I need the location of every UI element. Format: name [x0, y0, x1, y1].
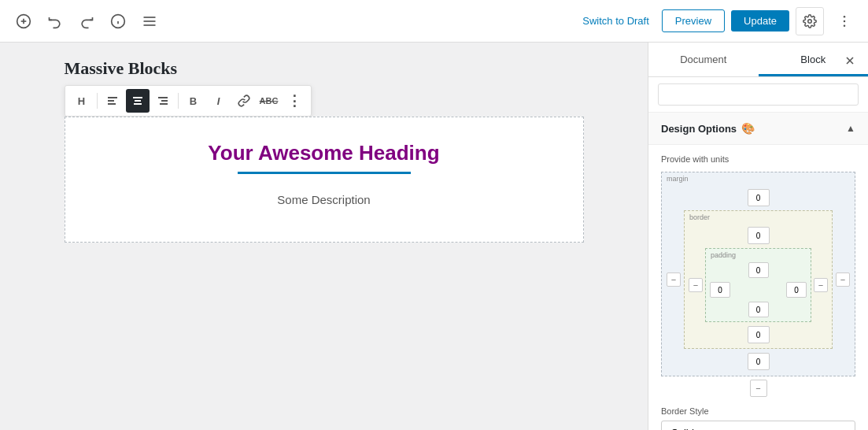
margin-top-input[interactable]: [748, 189, 770, 206]
menu-button[interactable]: [135, 7, 164, 35]
svg-rect-17: [135, 100, 141, 102]
border-style-label: Border Style: [661, 406, 855, 416]
border-right-minus[interactable]: −: [814, 278, 828, 292]
align-center-button[interactable]: [126, 89, 150, 113]
padding-top-input[interactable]: [748, 262, 769, 278]
page-title-area: Massive Blocks: [65, 58, 584, 79]
margin-right-minus[interactable]: −: [836, 272, 850, 287]
svg-rect-14: [108, 100, 114, 102]
padding-box: padding: [705, 248, 811, 322]
svg-point-9: [808, 19, 812, 23]
redo-button[interactable]: [72, 7, 101, 35]
switch-to-draft-button[interactable]: Switch to Draft: [576, 15, 656, 27]
provide-units-label: Provide with units: [661, 154, 855, 164]
border-style-select[interactable]: Solid Dashed Dotted None: [661, 421, 855, 430]
svg-point-11: [844, 20, 846, 22]
more-toolbar-button[interactable]: ⋮: [283, 89, 306, 113]
undo-button[interactable]: [41, 7, 69, 35]
padding-right-input[interactable]: [786, 282, 807, 298]
tab-document[interactable]: Document: [648, 43, 759, 76]
svg-point-10: [844, 15, 846, 17]
svg-rect-18: [134, 103, 142, 105]
more-options-button[interactable]: [830, 7, 859, 35]
info-button[interactable]: [104, 7, 132, 35]
page-title: Massive Blocks: [65, 58, 178, 78]
svg-rect-19: [158, 97, 168, 98]
main-layout: Massive Blocks H: [0, 43, 868, 430]
margin-bottom-input[interactable]: [748, 353, 770, 370]
svg-rect-16: [133, 97, 142, 98]
svg-point-12: [844, 24, 846, 27]
border-style-section: Border Style Solid Dashed Dotted None: [661, 406, 855, 430]
block-toolbar: H: [65, 85, 312, 117]
bold-button[interactable]: B: [182, 89, 205, 113]
padding-left-input[interactable]: [710, 282, 730, 298]
design-options-title: Design Options 🎨: [661, 122, 755, 135]
margin-label: margin: [667, 175, 689, 183]
border-box: border − padding: [684, 210, 833, 349]
heading-type-button[interactable]: H: [70, 89, 94, 113]
link-button[interactable]: [232, 89, 256, 113]
toolbar-divider: [97, 93, 98, 109]
preview-button[interactable]: Preview: [662, 9, 725, 32]
italic-button[interactable]: I: [207, 89, 231, 113]
add-block-button[interactable]: [9, 7, 38, 35]
update-button[interactable]: Update: [731, 10, 789, 32]
sidebar: Document Block Design Options 🎨 ▲: [648, 43, 868, 430]
border-label: border: [689, 213, 710, 221]
toolbar-left: [9, 7, 164, 35]
outer-minus-button[interactable]: −: [750, 380, 767, 397]
chevron-up-icon: ▲: [846, 123, 855, 134]
svg-rect-15: [108, 103, 116, 105]
svg-rect-13: [108, 97, 117, 98]
toolbar-divider-2: [178, 93, 179, 109]
design-icon: 🎨: [741, 122, 755, 135]
svg-rect-21: [160, 103, 168, 105]
sidebar-tabs: Document Block: [648, 43, 868, 77]
toolbar-right: Switch to Draft Preview Update: [576, 7, 859, 35]
align-left-button[interactable]: [101, 89, 124, 113]
top-bar: Switch to Draft Preview Update: [0, 0, 868, 43]
strikethrough-button[interactable]: ABC: [257, 89, 281, 113]
design-options-header[interactable]: Design Options 🎨 ▲: [648, 113, 868, 145]
margin-left-minus[interactable]: −: [667, 272, 681, 287]
padding-bottom-input[interactable]: [748, 302, 769, 317]
sidebar-search-bar: [658, 83, 859, 106]
block-description[interactable]: Some Description: [277, 193, 370, 206]
margin-box: margin − border −: [661, 172, 855, 376]
settings-button[interactable]: [796, 7, 824, 35]
editor-area: Massive Blocks H: [0, 43, 648, 430]
block-heading[interactable]: Your Awesome Heading: [208, 141, 439, 165]
sidebar-close-button[interactable]: [838, 49, 862, 72]
content-block: Your Awesome Heading Some Description: [65, 117, 584, 243]
sidebar-top-section: [648, 77, 868, 113]
border-top-input[interactable]: [748, 227, 770, 244]
border-left-minus[interactable]: −: [689, 278, 703, 292]
align-right-button[interactable]: [151, 89, 175, 113]
sidebar-content: Design Options 🎨 ▲ Provide with units ma…: [648, 77, 868, 430]
svg-rect-20: [161, 100, 168, 102]
padding-label: padding: [711, 251, 736, 259]
design-options-body: Provide with units margin − border: [648, 145, 868, 430]
border-bottom-input[interactable]: [748, 326, 770, 343]
heading-underline: [238, 172, 411, 174]
